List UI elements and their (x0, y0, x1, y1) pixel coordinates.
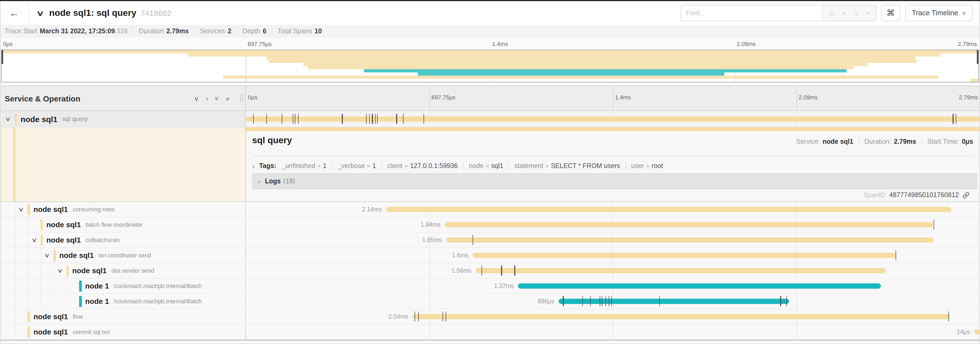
span-color-accent (53, 250, 56, 261)
span-log-tick (956, 114, 956, 124)
minimap-right-handle[interactable] (977, 50, 978, 64)
collapse-trace-icon[interactable]: ∨ (36, 9, 44, 17)
span-name-cell[interactable]: node sql1commit sql txn (0, 325, 246, 339)
minimap-span-bar (418, 72, 724, 75)
span-duration-label: 1.85ms (422, 237, 442, 243)
find-prev-icon[interactable]: ∧ (842, 9, 846, 17)
span-color-accent (79, 296, 81, 307)
span-service-name: node sql1 (46, 236, 81, 244)
span-name-cell[interactable]: node sql1batch flow coordinator (0, 217, 246, 232)
span-operation-name: txn coordinator send (99, 252, 151, 258)
span-log-tick (342, 114, 342, 124)
minimap-span-row (2, 50, 978, 53)
span-bar-cell[interactable]: 14μs (246, 325, 980, 339)
find-clear-icon[interactable]: × (866, 9, 870, 17)
chevron-down-icon[interactable]: ∨ (57, 267, 63, 274)
tree-guide (14, 248, 27, 262)
collapse-controls: ∨›»» (194, 94, 229, 102)
double-chevron-right-icon[interactable]: » (226, 94, 229, 102)
span-bar-cell[interactable]: 2.14ms (246, 202, 980, 217)
span-service-name: node 1 (85, 297, 109, 306)
tree-guide (14, 263, 27, 278)
span-service-name: node 1 (85, 282, 109, 290)
span-row: node 1/cockroach.roachpb.Internal/Batch8… (0, 294, 980, 309)
span-name-cell[interactable]: node 1/cockroach.roachpb.Internal/Batch (0, 294, 246, 309)
double-chevron-down-icon[interactable]: » (213, 96, 221, 100)
span-log-tick (934, 219, 934, 230)
span-detail-left-panel (0, 127, 246, 201)
span-bar-cell[interactable]: 2.04ms (246, 309, 980, 324)
minimap-span-bar (2, 50, 978, 53)
span-bar-cell[interactable]: 886μs (246, 294, 980, 309)
span-log-tick (403, 114, 404, 124)
chevron-down-icon[interactable]: ∨ (44, 252, 50, 259)
minimap-span-row (2, 63, 978, 66)
detail-meta-label: Service: (796, 138, 820, 145)
trace-timeline-main: Service & Operation ∨›»» 0μs697.75μs1.4m… (0, 86, 980, 344)
tag-equals: = (317, 163, 321, 169)
chevron-down-icon[interactable]: ∨ (31, 237, 37, 243)
back-button[interactable]: ← (0, 1, 29, 25)
span-duration-label: 1.37ms (494, 283, 514, 289)
span-duration-bar[interactable] (518, 283, 881, 288)
chevron-down-icon[interactable]: ∨ (5, 115, 11, 122)
span-duration-bar[interactable] (473, 253, 896, 258)
summary-value: March 31 2022, 17:25:09 (40, 27, 115, 35)
span-name-cell[interactable]: ∨node sql1txn coordinator send (0, 248, 246, 262)
span-name-cell[interactable]: node sql1flow (0, 309, 246, 324)
span-bar-cell[interactable]: 1.6ms (246, 248, 980, 262)
link-icon[interactable] (963, 192, 969, 198)
span-duration-mini-bar (246, 127, 980, 131)
chevron-down-icon[interactable]: ∨ (18, 206, 24, 213)
tree-guide-line (2, 127, 2, 201)
span-bar-cell[interactable]: 1.56ms (246, 263, 980, 278)
span-duration-bar[interactable] (558, 299, 789, 304)
span-duration-label: 2.04ms (388, 314, 408, 320)
column-resizer-handle[interactable] (240, 94, 243, 102)
span-duration-bar[interactable] (412, 314, 950, 319)
span-name-cell[interactable]: ∨node sql1colbatchscan (0, 232, 246, 247)
span-duration-label: 886μs (538, 298, 554, 304)
tag-equals: = (546, 163, 549, 169)
chevron-down-icon[interactable]: ∨ (194, 94, 199, 102)
span-duration-bar[interactable] (974, 330, 980, 334)
keyboard-shortcuts-button[interactable]: ⌘ (881, 5, 900, 21)
span-log-tick (473, 235, 473, 245)
summary-value: 6 (262, 27, 266, 35)
tags-accordion[interactable]: › Tags: _unfinished=1_verbose=1client=12… (252, 160, 663, 172)
logs-accordion[interactable]: › Logs (18) (252, 173, 977, 189)
locate-icon[interactable]: ◎ (829, 9, 834, 17)
find-next-icon[interactable]: ∨ (854, 9, 859, 17)
span-name-cell[interactable]: ∨node sql1consuming rows (0, 202, 246, 217)
span-duration-bar[interactable] (246, 117, 980, 122)
span-log-tick (786, 296, 787, 306)
chevron-right-icon[interactable]: › (206, 94, 208, 102)
view-selector-button[interactable]: Trace Timeline ∨ (905, 5, 973, 21)
minimap-left-handle[interactable] (2, 50, 3, 64)
span-bar-cell[interactable]: 1.85ms (246, 232, 980, 247)
minimap-span-row (2, 72, 978, 75)
summary-label: Trace Start (5, 27, 37, 35)
span-bar-row-root[interactable] (246, 111, 980, 127)
span-operation-name: consuming rows (73, 206, 115, 213)
span-name-cell[interactable]: ∨node sql1dist sender send (0, 263, 246, 278)
minimap-span-bar (266, 56, 916, 60)
span-name-root[interactable]: ∨ node sql1 sql query (0, 111, 246, 127)
find-input[interactable] (681, 5, 822, 21)
span-duration-bar[interactable] (446, 238, 934, 243)
minimap-span-bar (307, 66, 853, 69)
span-duration-bar[interactable] (386, 207, 951, 212)
span-log-tick (611, 296, 612, 306)
span-name-cell[interactable]: node 1/cockroach.roachpb.Internal/Batch (0, 278, 246, 293)
span-bar-cell[interactable]: 1.84ms (246, 217, 980, 232)
span-duration-bar[interactable] (476, 268, 886, 273)
minimap-canvas[interactable] (1, 50, 979, 82)
summary-value: 10 (315, 27, 322, 35)
minimap-span-row (2, 56, 978, 60)
span-bar-cell[interactable]: 1.37ms (246, 278, 980, 293)
span-duration-bar[interactable] (445, 222, 933, 227)
span-log-tick (372, 114, 373, 124)
span-detail-title: sql query (252, 135, 292, 146)
span-service-name: node sql1 (21, 114, 57, 123)
separator (272, 28, 272, 35)
